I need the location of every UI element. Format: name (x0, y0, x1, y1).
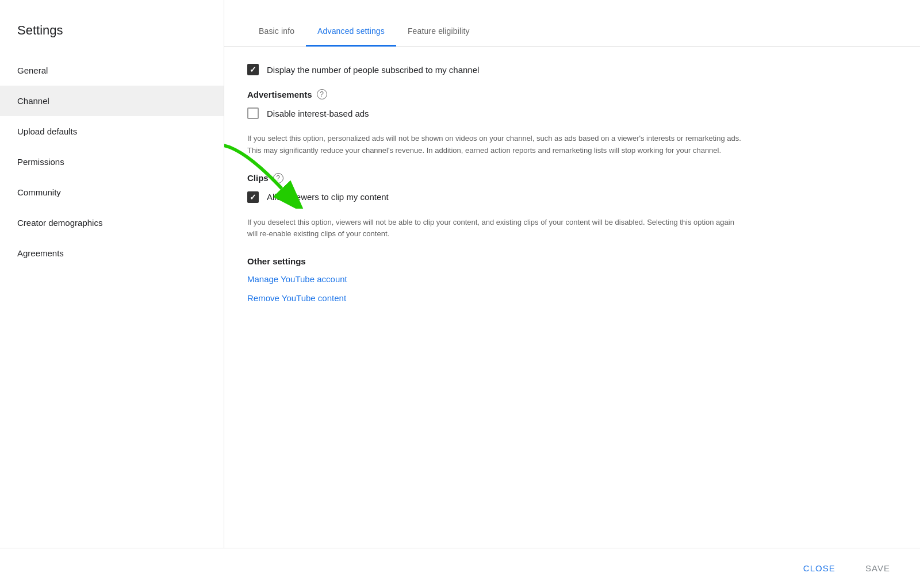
sidebar-item-community[interactable]: Community (0, 177, 224, 207)
page-wrapper: Settings General Channel Upload defaults… (0, 0, 920, 588)
other-settings-heading: Other settings (247, 256, 897, 266)
content-area: Basic info Advanced settings Feature eli… (224, 0, 920, 548)
sidebar-item-creator-demographics[interactable]: Creator demographics (0, 207, 224, 238)
save-button[interactable]: SAVE (858, 559, 897, 578)
allow-clips-row: Allow viewers to clip my content (247, 191, 389, 203)
advertisements-help-icon[interactable]: ? (317, 89, 327, 99)
main-area: Settings General Channel Upload defaults… (0, 0, 920, 548)
sidebar: Settings General Channel Upload defaults… (0, 0, 224, 548)
page-title: Settings (0, 11, 224, 55)
other-settings-section: Other settings Manage YouTube account Re… (247, 256, 897, 303)
clips-section: Clips ? (247, 173, 897, 241)
clips-description: If you deselect this option, viewers wil… (247, 217, 742, 241)
allow-clips-checkbox[interactable] (247, 191, 259, 203)
allow-clips-label: Allow viewers to clip my content (267, 192, 389, 202)
footer: CLOSE SAVE (0, 548, 920, 588)
tab-basic-info[interactable]: Basic info (247, 17, 306, 47)
sidebar-item-agreements[interactable]: Agreements (0, 238, 224, 268)
tab-advanced-settings[interactable]: Advanced settings (306, 17, 396, 47)
tab-feature-eligibility[interactable]: Feature eligibility (396, 17, 481, 47)
arrow-wrapper: Allow viewers to clip my content (247, 191, 389, 217)
clips-heading: Clips ? (247, 173, 897, 183)
sidebar-item-general[interactable]: General (0, 55, 224, 86)
clips-help-icon[interactable]: ? (273, 173, 283, 183)
subscriber-count-row: Display the number of people subscribed … (247, 64, 897, 75)
advertisements-section: Advertisements ? Disable interest-based … (247, 89, 897, 157)
disable-ads-checkbox[interactable] (247, 107, 259, 119)
disable-ads-row: Disable interest-based ads (247, 107, 897, 119)
manage-youtube-link[interactable]: Manage YouTube account (247, 274, 897, 284)
sidebar-nav: General Channel Upload defaults Permissi… (0, 55, 224, 268)
sidebar-item-channel[interactable]: Channel (0, 86, 224, 116)
close-button[interactable]: CLOSE (796, 559, 842, 578)
advertisements-heading: Advertisements ? (247, 89, 897, 99)
subscriber-count-checkbox[interactable] (247, 64, 259, 75)
subscriber-count-label: Display the number of people subscribed … (267, 65, 479, 75)
ads-description: If you select this option, personalized … (247, 133, 742, 157)
sidebar-item-permissions[interactable]: Permissions (0, 147, 224, 177)
sidebar-item-upload-defaults[interactable]: Upload defaults (0, 116, 224, 147)
content-body: Display the number of people subscribed … (224, 47, 920, 548)
remove-youtube-link[interactable]: Remove YouTube content (247, 293, 897, 303)
tabs-bar: Basic info Advanced settings Feature eli… (224, 0, 920, 47)
disable-ads-label: Disable interest-based ads (267, 109, 369, 118)
